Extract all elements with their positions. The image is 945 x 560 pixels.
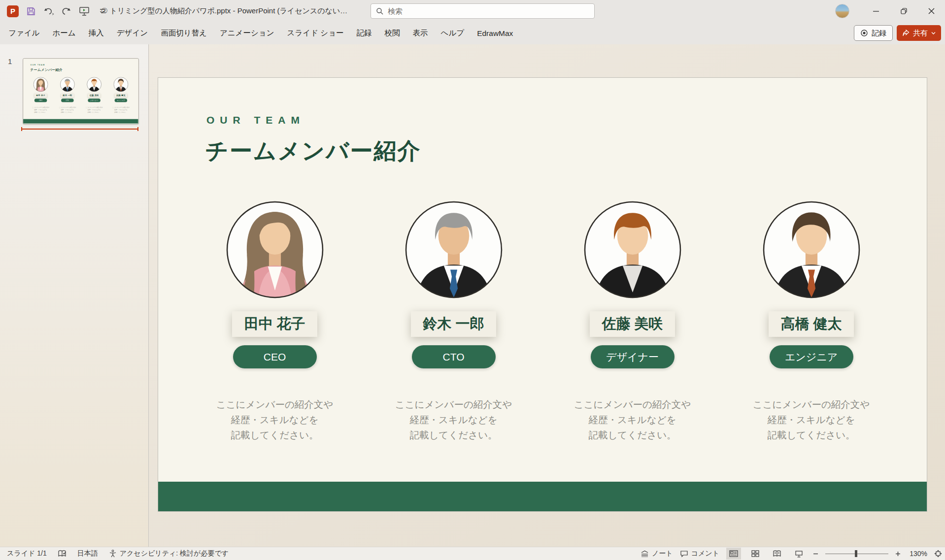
tab-file[interactable]: ファイル	[2, 22, 46, 44]
member-avatar-illustration[interactable]	[762, 200, 861, 299]
member-role-badge[interactable]: デザイナー	[591, 345, 675, 368]
member-role-badge[interactable]: デザイナー	[88, 99, 100, 102]
member-name[interactable]: 田中 花子	[34, 94, 47, 98]
member-description[interactable]: ここにメンバーの紹介文や 経歴・スキルなどを 記載してください。	[395, 397, 512, 443]
zoom-out-button[interactable]	[813, 551, 818, 557]
member-card: 鈴木 一郎 CTO ここにメンバーの紹介文や 経歴・スキルなどを 記載してくださ…	[54, 77, 81, 113]
zoom-slider[interactable]	[825, 550, 888, 557]
slide-canvas: OUR TEAM チームメンバー紹介 田中 花子 CEO ここにメンバーの紹介文…	[149, 44, 945, 547]
notes-icon	[641, 550, 649, 557]
member-name[interactable]: 鈴木 一郎	[61, 94, 74, 98]
member-card: 田中 花子 CEO ここにメンバーの紹介文や 経歴・スキルなどを 記載してくださ…	[27, 77, 54, 113]
member-description[interactable]: ここにメンバーの紹介文や 経歴・スキルなどを 記載してください。	[112, 106, 130, 113]
slide-footer-bar[interactable]	[158, 482, 927, 511]
accessibility-status[interactable]: アクセシビリティ: 検討が必要です	[109, 549, 229, 558]
quick-access-toolbar: P	[0, 0, 107, 22]
member-card: 鈴木 一郎 CTO ここにメンバーの紹介文や 経歴・スキルなどを 記載してくださ…	[364, 200, 543, 443]
close-button[interactable]	[917, 0, 945, 22]
search-box[interactable]	[371, 3, 595, 19]
reading-view-button[interactable]	[770, 548, 784, 560]
tab-transitions[interactable]: 画面切り替え	[154, 22, 213, 44]
member-role-badge[interactable]: CEO	[34, 99, 47, 102]
zoom-level[interactable]: 130%	[908, 550, 927, 558]
member-role-badge[interactable]: エンジニア	[770, 345, 853, 368]
ribbon-tab-bar: ファイル ホーム 挿入 デザイン 画面切り替え アニメーション スライド ショー…	[0, 22, 945, 44]
member-avatar-illustration[interactable]	[33, 77, 48, 92]
tab-help[interactable]: ヘルプ	[435, 22, 471, 44]
notes-toggle[interactable]: ノート	[641, 549, 673, 558]
slide-title-text[interactable]: チームメンバー紹介	[31, 67, 63, 72]
slide-eyebrow-text[interactable]: OUR TEAM	[206, 114, 305, 126]
tab-animations[interactable]: アニメーション	[213, 22, 281, 44]
member-description[interactable]: ここにメンバーの紹介文や 経歴・スキルなどを 記載してください。	[216, 397, 334, 443]
tab-review[interactable]: 校閲	[378, 22, 406, 44]
member-name[interactable]: 高橋 健太	[769, 311, 853, 337]
member-role-badge[interactable]: CTO	[412, 345, 496, 368]
thumbnail-slide-number: 1	[8, 57, 12, 66]
title-bar: P ② トリミング型の人物紹介パワポ.pptx - PowerPoint (ライ…	[0, 0, 945, 22]
comments-toggle[interactable]: コメント	[680, 549, 719, 558]
status-bar: スライド 1/1 日本語 アクセシビリティ: 検討が必要です ノート コメント	[0, 547, 945, 560]
account-avatar[interactable]	[835, 4, 849, 18]
member-description[interactable]: ここにメンバーの紹介文や 経歴・スキルなどを 記載してください。	[32, 106, 50, 113]
member-avatar-illustration[interactable]	[113, 77, 128, 92]
slide-footer-bar[interactable]	[23, 119, 138, 124]
powerpoint-logo-icon[interactable]: P	[7, 5, 19, 17]
restore-button[interactable]	[890, 0, 917, 22]
share-icon	[902, 30, 910, 37]
member-name[interactable]: 高橋 健太	[114, 94, 127, 98]
member-card: 佐藤 美咲 デザイナー ここにメンバーの紹介文や 経歴・スキルなどを 記載してく…	[543, 200, 722, 443]
member-avatar-illustration[interactable]	[60, 77, 75, 92]
comment-icon	[680, 550, 688, 558]
member-avatar-illustration[interactable]	[583, 200, 682, 299]
zoom-slider-handle[interactable]	[855, 550, 857, 557]
search-input[interactable]	[388, 7, 575, 15]
member-avatar-illustration[interactable]	[404, 200, 504, 299]
slide-title-text[interactable]: チームメンバー紹介	[205, 136, 421, 166]
slide-eyebrow-text[interactable]: OUR TEAM	[31, 64, 45, 66]
slide-thumbnail[interactable]: OUR TEAM チームメンバー紹介 田中 花子 CEO ここにメンバーの紹介文…	[23, 59, 138, 124]
member-role-badge[interactable]: CTO	[61, 99, 73, 102]
member-description[interactable]: ここにメンバーの紹介文や 経歴・スキルなどを 記載してください。	[574, 397, 691, 443]
member-name[interactable]: 佐藤 美咲	[590, 311, 675, 337]
member-description[interactable]: ここにメンバーの紹介文や 経歴・スキルなどを 記載してください。	[59, 106, 76, 113]
tab-view[interactable]: 表示	[406, 22, 435, 44]
slide-sorter-view-button[interactable]	[748, 548, 763, 560]
redo-icon[interactable]	[61, 6, 72, 17]
chevron-down-icon	[931, 32, 936, 35]
start-slideshow-icon[interactable]	[79, 6, 90, 17]
slide: OUR TEAM チームメンバー紹介 田中 花子 CEO ここにメンバーの紹介文…	[23, 59, 138, 124]
slide: OUR TEAM チームメンバー紹介 田中 花子 CEO ここにメンバーの紹介文…	[158, 77, 927, 512]
tab-insert[interactable]: 挿入	[82, 22, 110, 44]
member-description[interactable]: ここにメンバーの紹介文や 経歴・スキルなどを 記載してください。	[85, 106, 103, 113]
member-card: 佐藤 美咲 デザイナー ここにメンバーの紹介文や 経歴・スキルなどを 記載してく…	[81, 77, 107, 113]
member-role-badge[interactable]: CEO	[233, 345, 317, 368]
tab-slideshow[interactable]: スライド ショー	[281, 22, 350, 44]
zoom-in-button[interactable]	[895, 551, 901, 557]
member-name[interactable]: 佐藤 美咲	[88, 94, 101, 98]
record-button[interactable]: 記録	[854, 25, 893, 41]
slideshow-view-button[interactable]	[791, 548, 806, 560]
minimize-button[interactable]	[862, 0, 890, 22]
tab-record[interactable]: 記録	[350, 22, 378, 44]
language-indicator[interactable]: 日本語	[77, 549, 98, 558]
fit-to-window-button[interactable]	[934, 550, 942, 558]
spellcheck-icon[interactable]	[58, 550, 67, 558]
document-title: ② トリミング型の人物紹介パワポ.pptx - PowerPoint (ライセン…	[101, 0, 347, 22]
member-avatar-illustration[interactable]	[225, 200, 325, 299]
undo-icon[interactable]	[43, 6, 54, 17]
share-button[interactable]: 共有	[897, 25, 941, 41]
team-members-row: 田中 花子 CEO ここにメンバーの紹介文や 経歴・スキルなどを 記載してくださ…	[185, 200, 901, 443]
member-name[interactable]: 田中 花子	[232, 311, 317, 337]
normal-view-button[interactable]	[726, 548, 741, 560]
slide-indicator[interactable]: スライド 1/1	[7, 549, 47, 558]
tab-home[interactable]: ホーム	[46, 22, 82, 44]
member-description[interactable]: ここにメンバーの紹介文や 経歴・スキルなどを 記載してください。	[753, 397, 870, 443]
member-avatar-illustration[interactable]	[87, 77, 101, 92]
save-icon[interactable]	[26, 6, 36, 17]
record-icon	[860, 29, 868, 37]
member-name[interactable]: 鈴木 一郎	[411, 311, 496, 337]
member-role-badge[interactable]: エンジニア	[115, 99, 127, 102]
tab-edrawmax[interactable]: EdrawMax	[471, 22, 519, 44]
tab-design[interactable]: デザイン	[110, 22, 154, 44]
